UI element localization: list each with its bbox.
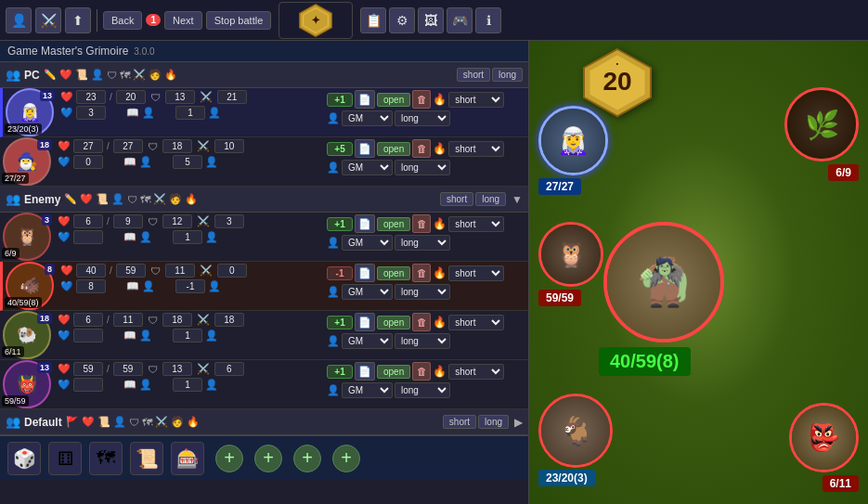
gm-e4[interactable]: GM — [342, 382, 393, 398]
rest2-select-pc1[interactable]: longshort — [395, 110, 450, 126]
rest2-e1[interactable]: longshort — [395, 235, 450, 251]
file-e1[interactable]: 📄 — [355, 214, 375, 233]
add-btn-2[interactable]: + — [254, 445, 282, 472]
speed-pc2[interactable] — [173, 155, 202, 169]
init-e4[interactable] — [214, 362, 244, 376]
stop-battle-button[interactable]: Stop battle — [206, 11, 272, 30]
book-icon-btn[interactable]: 📋 — [360, 7, 386, 33]
dice-overlay[interactable]: 20 • — [580, 45, 654, 120]
temp-hp-pc1[interactable] — [76, 106, 106, 120]
open-btn-pc2[interactable]: open — [377, 142, 410, 156]
file-icon-pc2[interactable]: 📄 — [355, 139, 375, 158]
rest2-e3[interactable]: longshort — [395, 333, 450, 349]
edit-icon-enemy[interactable]: ✏️ — [64, 193, 77, 205]
gear-icon-btn[interactable]: ⚙ — [389, 7, 415, 33]
rest-select-pc2[interactable]: shortlong — [448, 141, 504, 157]
hp-current-e3[interactable] — [73, 313, 103, 327]
map-token-boss[interactable]: 🌿 — [784, 87, 859, 162]
open-btn-pc1[interactable]: open — [377, 93, 410, 107]
gm-e2[interactable]: GM — [342, 284, 393, 300]
rest2-e4[interactable]: longshort — [395, 382, 450, 398]
dice20-icon[interactable]: 🎲 — [7, 442, 41, 475]
short-btn-default[interactable]: short — [443, 415, 476, 429]
temp-e2[interactable] — [76, 279, 106, 293]
trash-btn-pc2[interactable]: 🗑 — [412, 139, 431, 158]
init-e1[interactable] — [214, 214, 244, 228]
speed-e3[interactable] — [173, 329, 202, 342]
swords-icon-btn[interactable]: ⚔️ — [35, 7, 61, 33]
rest-e1[interactable]: shortlong — [448, 216, 504, 232]
map-token-troll[interactable]: 🧌 11 — [603, 222, 724, 342]
hp-current-pc2[interactable] — [73, 139, 103, 153]
init-pc2[interactable] — [214, 139, 244, 153]
short-btn-enemy[interactable]: short — [440, 192, 473, 206]
speed-e4[interactable] — [173, 378, 202, 392]
long-btn-default[interactable]: long — [478, 415, 509, 429]
scroll-icon[interactable]: 📜 — [130, 442, 163, 475]
trash-e4[interactable]: 🗑 — [412, 362, 431, 381]
map-token-ram[interactable]: 🐐 13 — [538, 394, 613, 468]
gm-select-pc1[interactable]: GM — [342, 110, 393, 126]
hp-max-e1[interactable] — [113, 214, 143, 228]
rest2-select-pc2[interactable]: longshort — [395, 160, 450, 175]
ac-pc2[interactable] — [162, 139, 192, 153]
hp-current-e2[interactable] — [76, 264, 106, 278]
up-icon-btn[interactable]: ⬆ — [65, 7, 91, 33]
map-icon[interactable]: 🗺 — [89, 442, 123, 475]
long-btn-pc[interactable]: long — [492, 68, 523, 82]
hp-current-e1[interactable] — [73, 214, 103, 228]
open-e4[interactable]: open — [377, 365, 410, 379]
gm-select-pc2[interactable]: GM — [342, 160, 393, 175]
temp-e4[interactable] — [73, 378, 103, 392]
gm-e3[interactable]: GM — [342, 333, 393, 349]
map-token-player1[interactable]: 🧝‍♀️ 18 — [538, 106, 608, 175]
file-icon-pc1[interactable]: 📄 — [355, 90, 375, 109]
rest-e4[interactable]: shortlong — [448, 364, 504, 380]
speed-e1[interactable] — [173, 230, 202, 244]
init-pc1[interactable] — [217, 90, 247, 104]
hp-max-pc2[interactable] — [113, 139, 143, 153]
open-e1[interactable]: open — [377, 217, 410, 231]
rest2-e2[interactable]: longshort — [395, 284, 450, 300]
add-btn-3[interactable]: + — [293, 445, 321, 472]
hp-max-e4[interactable] — [113, 362, 143, 376]
info-icon-btn[interactable]: ℹ — [475, 7, 501, 33]
trash-btn-pc1[interactable]: 🗑 — [412, 90, 431, 109]
slot-icon[interactable]: 🎰 — [171, 442, 204, 475]
file-e2[interactable]: 📄 — [355, 264, 375, 282]
init-e3[interactable] — [214, 313, 244, 327]
speed-pc1[interactable] — [175, 106, 205, 120]
ac-e3[interactable] — [162, 313, 192, 327]
gamepad-icon-btn[interactable]: 🎮 — [447, 7, 473, 33]
temp-e3[interactable] — [73, 329, 103, 342]
trash-e3[interactable]: 🗑 — [412, 313, 431, 331]
speed-e2[interactable] — [175, 279, 205, 293]
map-token-gnoll[interactable]: 👺 18 — [789, 403, 859, 472]
hp-max-e3[interactable] — [113, 313, 143, 327]
dice6-icon[interactable]: ⚅ — [48, 442, 82, 475]
collapse-default[interactable]: ▶ — [514, 416, 523, 429]
rest-e3[interactable]: shortlong — [448, 315, 504, 330]
rest-e2[interactable]: shortlong — [448, 265, 504, 281]
trash-e1[interactable]: 🗑 — [412, 214, 431, 233]
long-btn-enemy[interactable]: long — [475, 192, 506, 206]
file-e3[interactable]: 📄 — [355, 313, 375, 331]
edit-icon-pc[interactable]: ✏️ — [44, 69, 57, 81]
temp-hp-pc2[interactable] — [73, 155, 103, 169]
hp-max-pc1[interactable] — [116, 90, 146, 104]
back-button[interactable]: Back — [103, 11, 142, 30]
hp-current-e4[interactable] — [73, 362, 103, 376]
open-e3[interactable]: open — [377, 316, 410, 330]
init-e2[interactable] — [217, 264, 247, 278]
ac-pc1[interactable] — [165, 90, 195, 104]
ac-e4[interactable] — [162, 362, 192, 376]
gm-e1[interactable]: GM — [342, 235, 393, 251]
portrait-icon-btn[interactable]: 🖼 — [418, 7, 444, 33]
add-btn-1[interactable]: + — [215, 445, 243, 472]
file-e4[interactable]: 📄 — [355, 362, 375, 381]
map-token-owlbear[interactable]: 🦉 3 — [538, 222, 603, 287]
open-e2[interactable]: open — [377, 266, 410, 280]
hp-max-e2[interactable] — [116, 264, 146, 278]
trash-e2[interactable]: 🗑 — [412, 264, 431, 282]
short-btn-pc[interactable]: short — [457, 68, 490, 82]
